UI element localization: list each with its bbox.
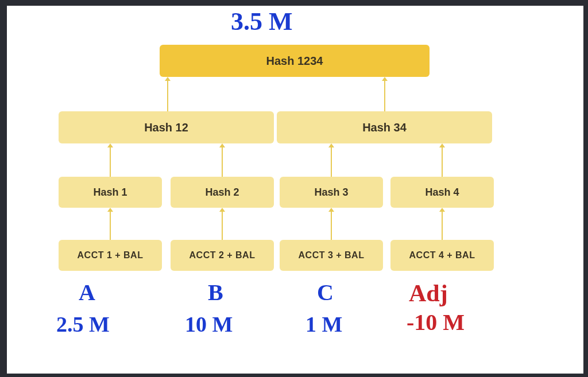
annotation-name-c: C [317,281,334,304]
node-acct1: ACCT 1 + BAL [59,240,162,271]
annotation-value-a: 2.5 M [56,313,110,335]
annotation-name-a: A [79,281,95,304]
annotation-value-c: 1 M [305,313,342,335]
node-hash4: Hash 4 [390,177,494,208]
node-root: Hash 1234 [160,45,430,77]
annotation-total: 3.5 M [231,9,293,34]
node-acct4: ACCT 4 + BAL [390,240,494,271]
annotation-name-adj: Adj [409,281,448,305]
diagram-canvas: 3.5 M Hash 1234 Hash 12 Hash 34 Hash 1 H… [7,6,583,374]
annotation-value-b: 10 M [185,313,233,335]
viewport: 3.5 M Hash 1234 Hash 12 Hash 34 Hash 1 H… [0,0,588,377]
node-acct3: ACCT 3 + BAL [280,240,383,271]
annotation-value-adj: -10 M [407,311,465,334]
node-hash1: Hash 1 [59,177,162,208]
annotation-name-b: B [208,281,223,304]
node-hash34: Hash 34 [277,111,492,143]
node-acct2: ACCT 2 + BAL [171,240,274,271]
node-hash12: Hash 12 [59,111,274,143]
node-hash2: Hash 2 [171,177,274,208]
node-hash3: Hash 3 [280,177,383,208]
